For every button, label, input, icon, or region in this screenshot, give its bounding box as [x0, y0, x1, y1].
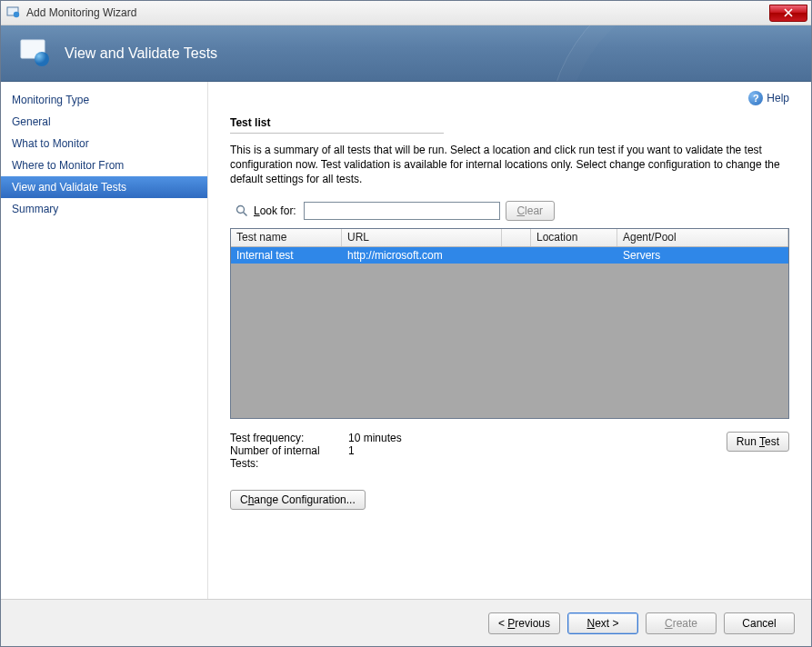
- grid-header: Test name URL Location Agent/Pool: [231, 229, 788, 247]
- sidebar-item-view-validate[interactable]: View and Validate Tests: [1, 176, 207, 198]
- main-panel: ? Help Test list This is a summary of al…: [208, 82, 811, 599]
- next-button[interactable]: Next >: [567, 612, 638, 634]
- freq-label: Test frequency:: [230, 432, 348, 444]
- section-underline: [230, 133, 444, 134]
- header-title: View and Validate Tests: [65, 45, 217, 62]
- section-title: Test list: [230, 116, 789, 129]
- help-link[interactable]: ? Help: [748, 91, 789, 105]
- col-url[interactable]: URL: [342, 229, 502, 246]
- wizard-sidebar: Monitoring Type General What to Monitor …: [1, 82, 208, 599]
- change-configuration-button[interactable]: Change Configuration...: [230, 490, 366, 510]
- search-row: Look for: Clear: [236, 201, 789, 221]
- close-button[interactable]: [769, 5, 807, 22]
- cell-location: [531, 254, 617, 256]
- freq-value: 10 minutes: [348, 432, 439, 444]
- cell-url: http://microsoft.com: [342, 248, 502, 263]
- sidebar-item-monitoring-type[interactable]: Monitoring Type: [1, 89, 207, 111]
- cancel-button[interactable]: Cancel: [724, 612, 795, 634]
- col-location[interactable]: Location: [531, 229, 617, 246]
- svg-point-3: [35, 52, 49, 66]
- window-title: Add Monitoring Wizard: [26, 6, 769, 19]
- header-band: View and Validate Tests: [1, 25, 811, 82]
- svg-point-4: [237, 206, 245, 214]
- clear-button[interactable]: Clear: [506, 201, 555, 221]
- close-icon: [784, 8, 793, 17]
- table-row[interactable]: Internal test http://microsoft.com Serve…: [231, 247, 788, 264]
- wizard-window: Add Monitoring Wizard View and Validate …: [0, 0, 812, 647]
- tests-grid[interactable]: Test name URL Location Agent/Pool Intern…: [230, 228, 789, 419]
- col-agent[interactable]: Agent/Pool: [617, 229, 788, 246]
- summary-labels: Test frequency: Number of internal Tests…: [230, 432, 348, 470]
- sidebar-item-where-to-monitor[interactable]: Where to Monitor From: [1, 154, 207, 176]
- header-icon: [19, 37, 52, 70]
- cell-spacer: [502, 254, 531, 256]
- cell-test-name: Internal test: [231, 248, 342, 263]
- previous-button[interactable]: < Previous: [488, 612, 560, 634]
- col-test-name[interactable]: Test name: [231, 229, 342, 246]
- grid-body: Internal test http://microsoft.com Serve…: [231, 247, 788, 418]
- summary-values: 10 minutes 1: [348, 432, 439, 457]
- run-test-wrap: Run Test: [727, 432, 789, 452]
- count-label: Number of internal Tests:: [230, 444, 348, 470]
- sidebar-item-general[interactable]: General: [1, 111, 207, 133]
- sidebar-item-what-to-monitor[interactable]: What to Monitor: [1, 133, 207, 154]
- body: Monitoring Type General What to Monitor …: [1, 82, 811, 599]
- cell-agent: Servers: [617, 248, 788, 263]
- col-spacer[interactable]: [502, 229, 531, 246]
- search-icon: [236, 204, 248, 217]
- help-icon: ?: [748, 91, 763, 105]
- svg-point-1: [14, 12, 19, 17]
- sidebar-item-summary[interactable]: Summary: [1, 198, 207, 220]
- titlebar: Add Monitoring Wizard: [1, 1, 811, 25]
- svg-line-5: [244, 213, 247, 216]
- section-description: This is a summary of all tests that will…: [230, 143, 789, 186]
- search-label: Look for:: [254, 204, 296, 217]
- summary-block: Test frequency: Number of internal Tests…: [230, 432, 789, 470]
- create-button[interactable]: Create: [646, 612, 717, 634]
- count-value: 1: [348, 444, 439, 457]
- help-label: Help: [767, 92, 789, 105]
- app-icon: [6, 5, 21, 20]
- change-config-wrap: Change Configuration...: [230, 490, 789, 510]
- run-test-button[interactable]: Run Test: [727, 432, 789, 452]
- bottom-button-bar: < Previous Next > Create Cancel: [1, 599, 811, 646]
- search-input[interactable]: [304, 202, 500, 220]
- decorative-globe: [547, 25, 811, 82]
